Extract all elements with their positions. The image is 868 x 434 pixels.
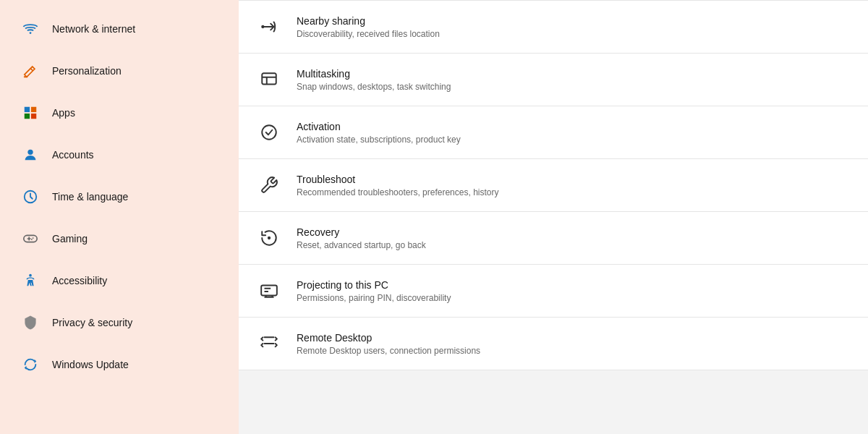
sidebar-item-personalization[interactable]: Personalization <box>6 51 233 91</box>
remote-desktop-text: Remote Desktop Remote Desktop users, con… <box>297 332 480 356</box>
settings-item-multitasking[interactable]: Multitasking Snap windows, desktops, tas… <box>239 54 868 106</box>
remote-desktop-title: Remote Desktop <box>297 332 480 344</box>
sidebar-label-time: Time & language <box>52 191 128 203</box>
svg-rect-1 <box>25 107 30 112</box>
accessibility-icon <box>20 271 41 291</box>
sidebar: Network & internet Personalization Apps <box>0 0 239 434</box>
sidebar-item-accessibility[interactable]: Accessibility <box>6 260 233 301</box>
sidebar-item-time[interactable]: Time & language <box>6 176 233 217</box>
sidebar-label-accessibility: Accessibility <box>52 275 107 286</box>
update-icon <box>20 354 41 375</box>
svg-point-14 <box>268 237 271 239</box>
recovery-title: Recovery <box>297 226 426 238</box>
settings-item-activation[interactable]: Activation Activation state, subscriptio… <box>239 106 868 159</box>
svg-point-13 <box>262 125 276 140</box>
recovery-text: Recovery Reset, advanced startup, go bac… <box>297 226 426 250</box>
sidebar-item-network[interactable]: Network & internet <box>6 9 233 49</box>
projecting-icon <box>256 278 282 304</box>
network-icon <box>20 19 41 39</box>
svg-point-11 <box>261 25 264 28</box>
troubleshoot-text: Troubleshoot Recommended troubleshooters… <box>297 174 498 197</box>
recovery-desc: Reset, advanced startup, go back <box>297 240 426 250</box>
sidebar-label-privacy: Privacy & security <box>52 317 132 328</box>
svg-rect-4 <box>31 114 36 119</box>
settings-item-remote-desktop[interactable]: Remote Desktop Remote Desktop users, con… <box>239 318 868 370</box>
sidebar-label-accounts: Accounts <box>52 149 94 161</box>
sidebar-label-apps: Apps <box>52 107 75 119</box>
svg-rect-12 <box>262 73 276 84</box>
activation-icon <box>256 119 282 145</box>
activation-title: Activation <box>297 121 461 132</box>
sidebar-label-network: Network & internet <box>52 23 135 35</box>
sidebar-label-update: Windows Update <box>52 359 129 370</box>
sidebar-item-gaming[interactable]: Gaming <box>6 218 233 259</box>
svg-point-0 <box>30 32 32 34</box>
projecting-title: Projecting to this PC <box>297 279 451 291</box>
svg-point-10 <box>29 274 32 277</box>
nearby-sharing-title: Nearby sharing <box>297 15 440 27</box>
troubleshoot-desc: Recommended troubleshooters, preferences… <box>297 187 498 197</box>
sidebar-item-apps[interactable]: Apps <box>6 93 233 133</box>
settings-item-projecting[interactable]: Projecting to this PC Permissions, pairi… <box>239 265 868 318</box>
accounts-icon <box>20 145 41 165</box>
nearby-sharing-desc: Discoverability, received files location <box>297 29 440 39</box>
multitasking-title: Multitasking <box>297 68 451 80</box>
sidebar-item-update[interactable]: Windows Update <box>6 344 233 385</box>
apps-icon <box>20 103 41 123</box>
multitasking-text: Multitasking Snap windows, desktops, tas… <box>297 68 451 92</box>
personalization-icon <box>20 61 41 81</box>
privacy-icon <box>20 312 41 333</box>
main-content: Nearby sharing Discoverability, received… <box>239 0 868 434</box>
projecting-text: Projecting to this PC Permissions, pairi… <box>297 279 451 303</box>
svg-rect-3 <box>25 114 30 119</box>
settings-item-nearby-sharing[interactable]: Nearby sharing Discoverability, received… <box>239 0 868 54</box>
svg-rect-2 <box>31 107 36 112</box>
sidebar-item-privacy[interactable]: Privacy & security <box>6 302 233 343</box>
multitasking-icon <box>256 67 282 93</box>
svg-point-8 <box>33 237 34 239</box>
projecting-desc: Permissions, pairing PIN, discoverabilit… <box>297 293 451 303</box>
time-icon <box>20 187 41 207</box>
settings-item-recovery[interactable]: Recovery Reset, advanced startup, go bac… <box>239 212 868 265</box>
activation-desc: Activation state, subscriptions, product… <box>297 135 461 145</box>
sidebar-item-accounts[interactable]: Accounts <box>6 135 233 175</box>
multitasking-desc: Snap windows, desktops, task switching <box>297 82 451 92</box>
sidebar-label-gaming: Gaming <box>52 233 88 244</box>
svg-point-5 <box>27 150 33 155</box>
recovery-icon <box>256 225 282 251</box>
remote-desktop-icon <box>256 331 282 357</box>
settings-item-troubleshoot[interactable]: Troubleshoot Recommended troubleshooters… <box>239 159 868 212</box>
gaming-icon <box>20 229 41 249</box>
sidebar-label-personalization: Personalization <box>52 65 122 77</box>
svg-rect-15 <box>261 285 277 295</box>
remote-desktop-desc: Remote Desktop users, connection permiss… <box>297 346 480 356</box>
svg-point-9 <box>31 239 33 240</box>
troubleshoot-icon <box>256 172 282 198</box>
nearby-sharing-text: Nearby sharing Discoverability, received… <box>297 15 440 39</box>
troubleshoot-title: Troubleshoot <box>297 174 498 185</box>
settings-list: Nearby sharing Discoverability, received… <box>239 0 868 370</box>
nearby-sharing-icon <box>256 14 282 40</box>
activation-text: Activation Activation state, subscriptio… <box>297 121 461 145</box>
